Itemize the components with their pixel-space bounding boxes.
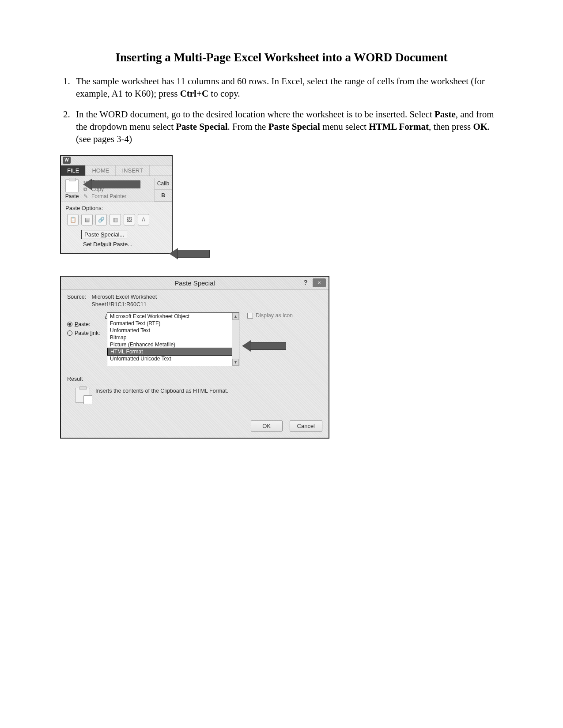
- paste-button[interactable]: Paste: [61, 178, 82, 201]
- format-painter-icon: ✎: [83, 193, 90, 199]
- paste-option-icon-3[interactable]: 🔗: [95, 214, 107, 225]
- divider: [67, 384, 322, 384]
- help-button[interactable]: ?: [301, 278, 310, 287]
- list-item[interactable]: Formatted Text (RTF): [107, 320, 239, 327]
- tab-home[interactable]: HOME: [86, 165, 116, 176]
- ribbon-home-group: Paste ✂Cut ⧉Copy ✎Format Painter Calib B: [61, 176, 172, 202]
- result-clipboard-icon: [75, 388, 90, 403]
- paste-special-dialog: Paste Special ? × Source: Microsoft Exce…: [60, 276, 329, 439]
- font-group-clip: Calib B: [154, 178, 172, 202]
- display-as-icon-checkbox[interactable]: Display as icon: [247, 312, 293, 366]
- page-title: Inserting a Multi-Page Excel Worksheet i…: [57, 51, 506, 64]
- annotation-arrow-pastespecial: [169, 248, 210, 260]
- dialog-titlebar: Paste Special ? ×: [61, 277, 329, 290]
- dialog-title: Paste Special: [174, 279, 215, 287]
- scroll-up-icon[interactable]: ▲: [232, 313, 239, 320]
- radio-dot-icon: [67, 322, 72, 327]
- format-painter-button[interactable]: Format Painter: [91, 193, 126, 199]
- cancel-button[interactable]: Cancel: [290, 420, 322, 432]
- step-2: In the WORD document, go to the desired …: [72, 108, 506, 146]
- step-2-ok: OK: [473, 121, 487, 132]
- font-name-box[interactable]: Calib: [155, 178, 172, 190]
- paste-dropdown: Paste Options: 📋 ▤ 🔗 ▥ 🖼 A Paste Special…: [61, 202, 172, 253]
- source-label: Source:: [67, 293, 90, 301]
- instruction-list: The sample worksheet has 11 columns and …: [57, 75, 506, 146]
- step-2-paste: Paste: [435, 109, 456, 120]
- list-item[interactable]: Picture (Enhanced Metafile): [107, 341, 239, 348]
- source-line-2: Sheet1!R1C1:R60C11: [91, 301, 146, 308]
- result-label: Result: [67, 376, 83, 382]
- radio-paste-link[interactable]: Paste link:: [67, 330, 103, 336]
- listbox-scrollbar[interactable]: ▲ ▼: [232, 313, 239, 366]
- step-1: The sample worksheet has 11 columns and …: [72, 75, 506, 100]
- paste-special-menu-item[interactable]: Paste Special...: [81, 230, 127, 239]
- bold-button[interactable]: B: [155, 190, 172, 202]
- annotation-arrow-paste: [83, 179, 140, 190]
- source-info: Source: Microsoft Excel Worksheet Sheet1…: [67, 293, 322, 308]
- step-1-text-a: The sample worksheet has 11 columns and …: [76, 76, 485, 99]
- format-listbox[interactable]: Microsoft Excel Worksheet Object Formatt…: [107, 312, 239, 366]
- source-line-1: Microsoft Excel Worksheet: [91, 294, 157, 300]
- close-button[interactable]: ×: [313, 278, 326, 287]
- list-item[interactable]: Bitmap: [107, 334, 239, 341]
- paste-options-label: Paste Options:: [65, 205, 168, 211]
- checkbox-icon: [247, 313, 253, 319]
- display-as-icon-label: Display as icon: [256, 312, 293, 319]
- list-item[interactable]: Microsoft Excel Worksheet Object: [107, 313, 239, 320]
- radio-paste[interactable]: Paste:: [67, 321, 103, 327]
- step-2-text-a: In the WORD document, go to the desired …: [76, 109, 435, 120]
- clipboard-icon: [65, 179, 79, 192]
- list-item[interactable]: Unformatted Unicode Text: [107, 355, 239, 362]
- word-app-icon: W: [63, 157, 71, 164]
- paste-option-icon-4[interactable]: ▥: [110, 214, 121, 225]
- ribbon-tabs: FILE HOME INSERT: [61, 165, 172, 176]
- quick-access-toolbar: W: [61, 156, 172, 165]
- step-1-text-b: to copy.: [208, 88, 240, 99]
- scroll-down-icon[interactable]: ▼: [232, 359, 239, 366]
- step-2-text-d: menu select: [320, 121, 369, 132]
- list-item[interactable]: Unformatted Text: [107, 327, 239, 334]
- step-2-text-e: , then press: [429, 121, 473, 132]
- radio-dot-icon: [67, 330, 72, 336]
- paste-button-label: Paste: [63, 193, 81, 199]
- set-default-paste-menu-item[interactable]: Set Default Paste...: [65, 239, 168, 248]
- paste-option-icon-6[interactable]: A: [138, 214, 149, 225]
- step-2-pastespecial: Paste Special: [176, 121, 227, 132]
- screenshot-ribbon: W FILE HOME INSERT Paste ✂Cut ⧉Copy ✎For…: [57, 155, 190, 254]
- step-1-shortcut: Ctrl+C: [180, 88, 208, 99]
- annotation-arrow-htmlformat: [242, 340, 286, 352]
- list-item-selected[interactable]: HTML Format: [107, 348, 239, 356]
- paste-option-icon-2[interactable]: ▤: [81, 214, 93, 225]
- paste-option-icon-1[interactable]: 📋: [67, 214, 79, 225]
- tab-insert[interactable]: INSERT: [116, 165, 149, 176]
- ok-button[interactable]: OK: [251, 420, 283, 432]
- step-2-htmlformat: HTML Format: [369, 121, 429, 132]
- paste-option-icon-5[interactable]: 🖼: [124, 214, 135, 225]
- result-description: Inserts the contents of the Clipboard as…: [95, 388, 228, 394]
- tab-file[interactable]: FILE: [61, 165, 86, 176]
- step-2-text-c: . From the: [228, 121, 268, 132]
- step-2-pastespecial2: Paste Special: [268, 121, 320, 132]
